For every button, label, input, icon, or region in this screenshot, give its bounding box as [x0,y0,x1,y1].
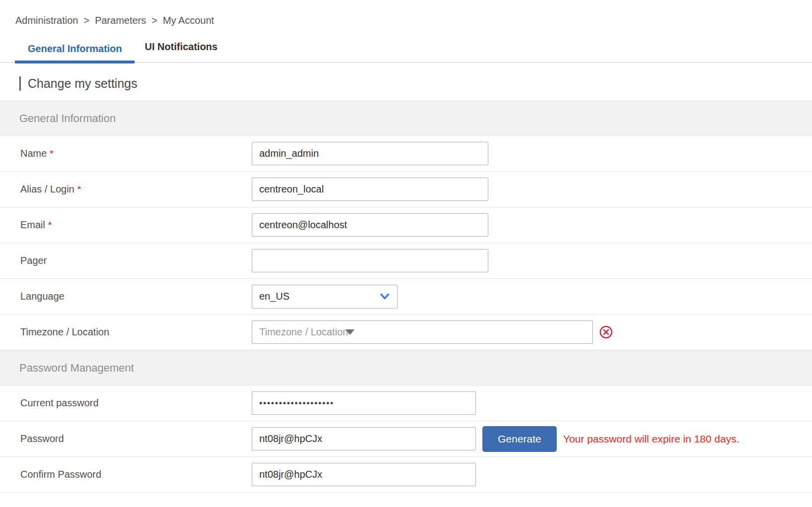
tab-ui-notifications[interactable]: UI Notifications [143,41,220,62]
form-row-confirm-password: Confirm Password [0,457,812,493]
breadcrumb-separator: > [84,15,90,26]
name-label: Name* [0,148,252,159]
current-password-input[interactable] [252,391,476,415]
generate-password-button[interactable]: Generate [482,426,557,452]
timezone-input[interactable] [252,320,593,344]
confirm-password-input[interactable] [252,463,476,486]
alias-login-input[interactable] [252,178,488,201]
timezone-combo [252,320,613,344]
page-title-text: Change my settings [28,76,137,91]
timezone-label: Timezone / Location [0,326,252,338]
tab-bar: General Information UI Notifications [0,41,812,63]
breadcrumb-separator: > [152,15,158,26]
section-header-password-management: Password Management [0,350,812,385]
section-header-general-information: General Information [0,101,812,136]
password-input[interactable] [252,427,476,450]
required-asterisk: * [50,148,53,159]
breadcrumb-my-account: My Account [163,15,214,26]
email-label: Email* [0,219,252,231]
breadcrumb-administration[interactable]: Administration [15,15,78,26]
form-row-name: Name* [0,136,812,172]
page-title: Change my settings [19,76,812,91]
required-asterisk: * [77,184,81,194]
title-accent-bar [19,76,21,91]
chevron-down-icon [380,293,390,300]
form-row-language: Language en_US [0,279,812,315]
language-selected-value: en_US [259,291,290,302]
required-asterisk: * [48,220,52,230]
pager-input[interactable] [252,249,488,272]
tab-general-information[interactable]: General Information [15,43,135,62]
password-label: Password [0,433,252,444]
form-row-password: Password Generate Your password will exp… [0,421,812,457]
password-expiry-message: Your password will expire in 180 days. [563,433,739,445]
alias-login-label: Alias / Login* [0,184,252,195]
language-label: Language [0,291,252,302]
breadcrumb-parameters[interactable]: Parameters [95,15,146,26]
clear-circle-x-icon[interactable] [599,325,613,339]
language-select[interactable]: en_US [252,285,398,309]
form-row-alias-login: Alias / Login* [0,172,812,207]
dropdown-arrow-icon[interactable] [346,329,354,335]
form-row-pager: Pager [0,243,812,279]
pager-label: Pager [0,255,252,266]
form-row-timezone: Timezone / Location [0,315,812,350]
current-password-label: Current password [0,397,252,409]
breadcrumb: Administration > Parameters > My Account [0,0,812,26]
form-row-current-password: Current password [0,385,812,421]
form-row-email: Email* [0,207,812,243]
email-input[interactable] [252,213,488,237]
name-input[interactable] [252,142,488,165]
confirm-password-label: Confirm Password [0,469,252,480]
